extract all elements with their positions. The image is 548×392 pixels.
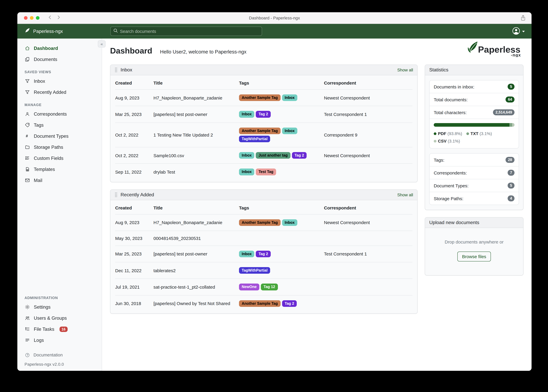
tag-badge[interactable]: Tag 2	[282, 300, 297, 307]
correspondent-cell[interactable]: Newest Correspondent	[324, 90, 412, 106]
documents-icon	[25, 57, 30, 62]
document-row: Sep 11, 2022drylab TestInboxTest Tag	[115, 164, 412, 180]
tag-badge[interactable]: Inbox	[282, 127, 297, 134]
title-cell[interactable]: drylab Test	[153, 164, 239, 180]
legend-dot	[434, 132, 436, 135]
tag-badge[interactable]: NewOne	[239, 284, 259, 290]
stat-badge: 7	[508, 170, 514, 176]
legend-percent: (93.8%)	[447, 131, 462, 136]
svg-text:#: #	[26, 134, 28, 138]
tag-badge[interactable]: Tag 2	[256, 111, 271, 118]
sidebar-item-settings[interactable]: Settings	[17, 301, 102, 313]
sidebar-item-documentation[interactable]: ? Documentation	[17, 350, 102, 360]
tag-badge[interactable]: Another Sample Tag	[239, 127, 281, 134]
tags-cell: Another Sample TagInbox	[239, 214, 324, 231]
correspondent-cell[interactable]: Test Correspondent 1	[324, 246, 412, 262]
created-cell: Jun 30, 2018	[115, 295, 153, 312]
title-cell[interactable]: Sample100.csv	[153, 147, 239, 164]
sidebar-item-logs[interactable]: Logs	[17, 335, 102, 346]
tags-cell: Another Sample TagInboxTagWithPartial	[239, 123, 324, 147]
sidebar-item-storage-paths[interactable]: Storage Paths	[17, 142, 102, 153]
tags-cell	[239, 231, 324, 246]
file-type-chart: PDF (93.8%)TXT (3.1%)CSV (3.1%)	[430, 119, 519, 148]
title-cell[interactable]: [paperless] test post-owner	[153, 246, 239, 262]
title-cell[interactable]: [paperless] Owned by Test Not Shared	[153, 295, 239, 312]
sidebar-item-templates[interactable]: Templates	[17, 164, 102, 175]
correspondent-cell[interactable]: Newest Correspondent	[324, 214, 412, 231]
tag-badge[interactable]: TagWithPartial	[239, 136, 270, 142]
sidebar-item-dashboard[interactable]: Dashboard	[17, 43, 102, 54]
title-cell[interactable]: H7_Napoleon_Bonaparte_zadanie	[153, 90, 239, 106]
sidebar-collapse-button[interactable]: «	[98, 40, 106, 48]
search-box	[110, 27, 262, 36]
card-title: Recently Added	[121, 192, 154, 197]
tag-badge[interactable]: Another Sample Tag	[239, 300, 281, 307]
tag-badge[interactable]: Inbox	[239, 111, 254, 118]
filter-icon	[25, 79, 30, 84]
created-cell: Aug 9, 2023	[115, 214, 153, 231]
sidebar: « Dashboard Documents SAVED VIEWS Inbox …	[17, 39, 102, 371]
tag-badge[interactable]: Inbox	[239, 251, 254, 257]
correspondent-cell[interactable]: Newest Correspondent	[324, 147, 412, 164]
sidebar-item-users-groups[interactable]: Users & Groups	[17, 313, 102, 324]
stat-badge: 64	[505, 97, 514, 103]
sidebar-item-label: Inbox	[34, 78, 45, 84]
stat-label: Document Types:	[434, 183, 469, 188]
tags-cell: Another Sample TagInbox	[239, 90, 324, 106]
title-cell[interactable]: H7_Napoleon_Bonaparte_zadanie	[153, 214, 239, 231]
sidebar-item-label: Document Types	[34, 133, 69, 139]
sidebar-item-tags[interactable]: Tags	[17, 119, 102, 131]
correspondent-cell[interactable]: Correspondent 9	[324, 123, 412, 147]
column-header: Created	[115, 75, 153, 90]
sidebar-item-inbox[interactable]: Inbox	[17, 76, 102, 87]
tag-badge[interactable]: Another Sample Tag	[239, 94, 281, 101]
drag-handle-icon[interactable]	[115, 67, 118, 73]
user-menu[interactable]	[512, 27, 525, 36]
column-header: Title	[153, 200, 239, 214]
sidebar-item-custom-fields[interactable]: Custom Fields	[17, 153, 102, 164]
tag-badge[interactable]: TagWithPartial	[239, 267, 270, 274]
dashboard-right-column: Statistics Documents in inbox:5Total doc…	[425, 64, 523, 275]
show-all-link[interactable]: Show all	[397, 68, 413, 72]
title-cell[interactable]: sat-practice-test-1_pt2-collated	[153, 279, 239, 295]
tag-badge[interactable]: Inbox	[282, 219, 297, 226]
upload-dropzone[interactable]: Drop documents anywhere or Browse files	[425, 228, 523, 275]
sidebar-item-label: Dashboard	[34, 46, 58, 51]
tag-badge[interactable]: Inbox	[239, 169, 254, 175]
tag-badge[interactable]: Another Sample Tag	[239, 219, 281, 226]
browse-files-button[interactable]: Browse files	[457, 252, 491, 261]
progress-segment-pdf	[434, 123, 510, 127]
title-cell[interactable]: [paperless] test post-owner	[153, 106, 239, 123]
document-row: Aug 9, 2023H7_Napoleon_Bonaparte_zadanie…	[115, 90, 412, 106]
correspondent-cell[interactable]: Test Correspondent 1	[324, 106, 412, 123]
upload-card: Upload new documents Drop documents anyw…	[425, 217, 523, 275]
tag-badge[interactable]: Test Tag	[256, 169, 276, 175]
tag-badge[interactable]: Tag 12	[261, 284, 278, 290]
file-type-legend: PDF (93.8%)TXT (3.1%)CSV (3.1%)	[434, 130, 509, 145]
drag-handle-icon[interactable]	[115, 192, 118, 197]
stat-row: Documents in inbox:5	[430, 80, 519, 93]
brand[interactable]: Paperless-ngx	[25, 28, 102, 35]
title-cell[interactable]: tablerates2	[153, 262, 239, 279]
window-title: Dashboard - Paperless-ngx	[17, 15, 532, 20]
tag-badge[interactable]: Just another tag	[256, 152, 290, 159]
show-all-link[interactable]: Show all	[397, 192, 413, 197]
file-type-progress-bar	[434, 123, 514, 127]
share-icon[interactable]	[520, 15, 526, 22]
sidebar-item-mail[interactable]: Mail	[17, 175, 102, 186]
sidebar-item-file-tasks[interactable]: File Tasks 16	[17, 324, 102, 335]
tag-badge[interactable]: Tag 2	[292, 152, 307, 159]
title-cell[interactable]: 1 Testing New Title Updated 2	[153, 123, 239, 147]
tag-badge[interactable]: Inbox	[282, 94, 297, 101]
tag-badge[interactable]: Inbox	[239, 152, 254, 159]
sidebar-item-correspondents[interactable]: Correspondents	[17, 108, 102, 119]
tag-badge[interactable]: Tag 2	[256, 251, 271, 257]
sidebar-item-label: Recently Added	[34, 90, 66, 95]
greeting-text: Hello User2, welcome to Paperless-ngx	[160, 49, 246, 55]
sidebar-item-recently-added[interactable]: Recently Added	[17, 87, 102, 98]
recently-added-card-header: Recently Added Show all	[110, 189, 417, 200]
title-cell[interactable]: 0004814539_20230531	[153, 231, 239, 246]
sidebar-item-document-types[interactable]: # Document Types	[17, 131, 102, 142]
search-input[interactable]	[120, 29, 259, 34]
sidebar-item-documents[interactable]: Documents	[17, 54, 102, 65]
